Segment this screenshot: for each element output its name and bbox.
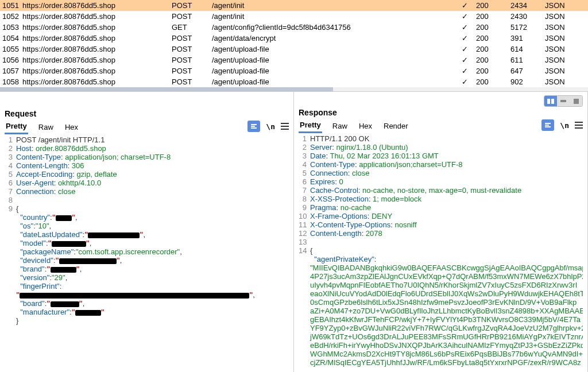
request-title: Request xyxy=(5,109,36,118)
svg-rect-0 xyxy=(251,124,257,125)
row-status: 200 xyxy=(476,45,510,53)
layout-columns-icon[interactable] xyxy=(544,96,557,106)
tab-pretty[interactable]: Pretty xyxy=(5,121,28,134)
row-status: 200 xyxy=(476,78,510,86)
proxy-row[interactable]: 1054https://order.80876dd5.shopPOST/agen… xyxy=(0,33,588,44)
row-type: JSON xyxy=(545,1,579,10)
tab-raw[interactable]: Raw xyxy=(37,122,55,134)
row-path: /agent/upload-file xyxy=(212,78,453,86)
row-host: https://order.80876dd5.shop xyxy=(22,23,172,32)
row-host: https://order.80876dd5.shop xyxy=(22,45,172,53)
row-id: 1053 xyxy=(2,23,22,32)
request-body[interactable]: 1POST /agent/init HTTP/1.12Host: order.8… xyxy=(5,134,289,372)
row-path: /agent/init xyxy=(212,1,453,10)
row-status: 200 xyxy=(476,12,510,21)
proxy-row[interactable]: 1058https://order.80876dd5.shopPOST/agen… xyxy=(0,76,588,87)
response-body[interactable]: 1HTTP/1.1 200 OK2Server: nginx/1.18.0 (U… xyxy=(299,133,583,372)
row-id: 1056 xyxy=(2,56,22,64)
format-icon[interactable] xyxy=(541,119,554,131)
row-id: 1057 xyxy=(2,67,22,75)
check-icon: ✓ xyxy=(453,56,476,64)
row-host: https://order.80876dd5.shop xyxy=(22,56,172,64)
row-host: https://order.80876dd5.shop xyxy=(22,78,172,86)
row-path: /agent/upload-file xyxy=(212,45,453,53)
check-icon: ✓ xyxy=(453,67,476,75)
menu-icon[interactable] xyxy=(281,123,289,130)
row-length: 647 xyxy=(510,67,545,75)
row-host: https://order.80876dd5.shop xyxy=(22,1,172,10)
check-icon: ✓ xyxy=(453,12,476,21)
row-method: POST xyxy=(172,34,212,42)
proxy-row[interactable]: 1051https://order.80876dd5.shopPOST/agen… xyxy=(0,0,588,11)
row-path: /agent/upload-file xyxy=(212,56,453,64)
svg-rect-1 xyxy=(251,126,255,127)
row-method: POST xyxy=(172,1,212,10)
tab-hex[interactable]: Hex xyxy=(358,121,373,133)
row-length: 2430 xyxy=(510,12,545,21)
response-pane: Response PrettyRawHexRender \n 1HTTP/1.1… xyxy=(294,92,588,372)
row-path: /agent/upload-file xyxy=(212,67,453,75)
row-type: JSON xyxy=(545,34,579,42)
newline-icon[interactable]: \n xyxy=(560,121,569,130)
row-status: 200 xyxy=(476,67,510,75)
proxy-row[interactable]: 1053https://order.80876dd5.shopGET/agent… xyxy=(0,22,588,33)
row-status: 200 xyxy=(476,34,510,42)
check-icon: ✓ xyxy=(453,1,476,10)
row-id: 1051 xyxy=(2,1,22,10)
row-host: https://order.80876dd5.shop xyxy=(22,67,172,75)
svg-rect-2 xyxy=(251,127,257,129)
response-title: Response xyxy=(299,108,337,117)
proxy-row[interactable]: 1057https://order.80876dd5.shopPOST/agen… xyxy=(0,65,588,76)
row-id: 1054 xyxy=(2,34,22,42)
row-type: JSON xyxy=(545,12,579,21)
row-length: 611 xyxy=(510,56,545,64)
check-icon: ✓ xyxy=(453,23,476,32)
tab-hex[interactable]: Hex xyxy=(64,122,79,134)
row-id: 1058 xyxy=(2,78,22,86)
proxy-row[interactable]: 1056https://order.80876dd5.shopPOST/agen… xyxy=(0,55,588,65)
row-method: POST xyxy=(172,56,212,64)
row-type: JSON xyxy=(545,67,579,75)
svg-rect-5 xyxy=(545,126,551,127)
row-id: 1055 xyxy=(2,45,22,53)
svg-rect-3 xyxy=(545,123,551,124)
row-path: /agent/data/encrypt xyxy=(212,34,453,42)
request-pane: Request PrettyRawHex \n 1POST /agent/ini… xyxy=(0,92,294,372)
row-type: JSON xyxy=(545,45,579,53)
row-host: https://order.80876dd5.shop xyxy=(22,34,172,42)
row-method: GET xyxy=(172,23,212,32)
check-icon: ✓ xyxy=(453,78,476,86)
row-length: 614 xyxy=(510,45,545,53)
row-length: 2434 xyxy=(510,1,545,10)
format-icon[interactable] xyxy=(247,121,260,132)
row-status: 200 xyxy=(476,56,510,64)
row-type: JSON xyxy=(545,56,579,64)
proxy-history-table[interactable]: 1051https://order.80876dd5.shopPOST/agen… xyxy=(0,0,588,92)
row-host: https://order.80876dd5.shop xyxy=(22,12,172,21)
layout-toggle[interactable] xyxy=(544,95,583,107)
layout-single-icon[interactable] xyxy=(570,96,582,106)
tab-pretty[interactable]: Pretty xyxy=(299,119,322,133)
row-type: JSON xyxy=(545,78,579,86)
menu-icon[interactable] xyxy=(575,122,583,129)
row-type: JSON xyxy=(545,23,579,32)
svg-rect-4 xyxy=(545,125,549,126)
row-length: 5172 xyxy=(510,23,545,32)
row-path: /agent/config?clientId=9dc5f8b4d6341756 xyxy=(212,23,453,32)
layout-rows-icon[interactable] xyxy=(557,96,570,106)
row-method: POST xyxy=(172,67,212,75)
row-method: POST xyxy=(172,12,212,21)
tab-raw[interactable]: Raw xyxy=(331,121,349,133)
row-path: /agent/init xyxy=(212,12,453,21)
check-icon: ✓ xyxy=(453,45,476,53)
horizontal-scrollbar[interactable] xyxy=(0,87,588,92)
row-id: 1052 xyxy=(2,12,22,21)
row-length: 391 xyxy=(510,34,545,42)
proxy-row[interactable]: 1055https://order.80876dd5.shopPOST/agen… xyxy=(0,44,588,55)
proxy-row[interactable]: 1052https://order.80876dd5.shopPOST/agen… xyxy=(0,11,588,22)
newline-icon[interactable]: \n xyxy=(266,122,275,131)
row-status: 200 xyxy=(476,1,510,10)
row-status: 200 xyxy=(476,23,510,32)
tab-render[interactable]: Render xyxy=(382,121,409,133)
check-icon: ✓ xyxy=(453,34,476,42)
